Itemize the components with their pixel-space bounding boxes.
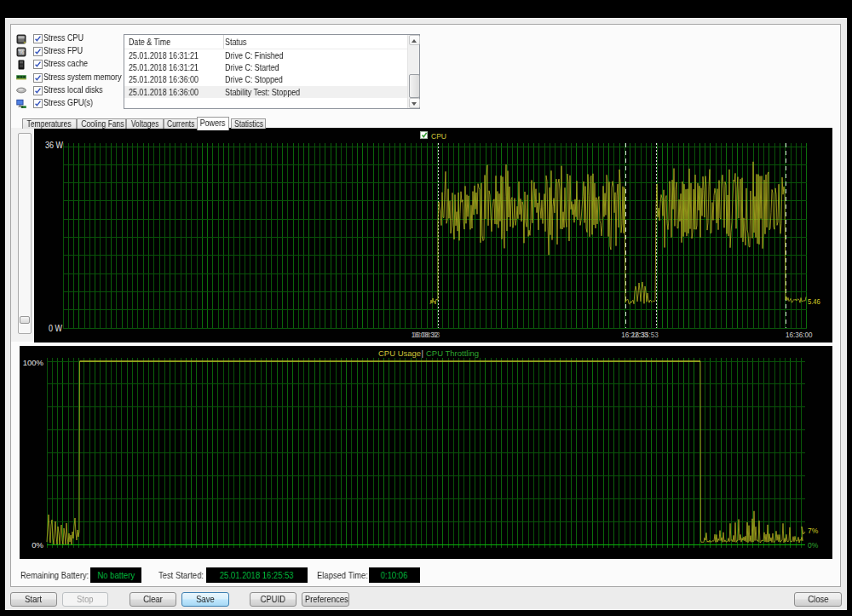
svg-text:0 W: 0 W bbox=[49, 323, 62, 333]
svg-text:CPU Usage: CPU Usage bbox=[378, 348, 421, 358]
svg-text:CPU Throttling: CPU Throttling bbox=[426, 348, 479, 358]
svg-text:16:36:00: 16:36:00 bbox=[786, 331, 813, 340]
svg-text:CPU: CPU bbox=[431, 131, 446, 141]
svg-text:5.46: 5.46 bbox=[808, 297, 820, 305]
svg-text:36 W: 36 W bbox=[45, 140, 63, 150]
svg-text:0%: 0% bbox=[32, 540, 43, 550]
svg-text:%: % bbox=[19, 49, 24, 55]
svg-text:16:08:33: 16:08:33 bbox=[413, 331, 440, 340]
svg-text:7%: 7% bbox=[808, 527, 819, 535]
svg-text:0%: 0% bbox=[808, 541, 819, 550]
svg-text:100%: 100% bbox=[23, 358, 44, 367]
svg-text:|: | bbox=[422, 348, 423, 358]
svg-text:16:35:53: 16:35:53 bbox=[631, 331, 659, 340]
